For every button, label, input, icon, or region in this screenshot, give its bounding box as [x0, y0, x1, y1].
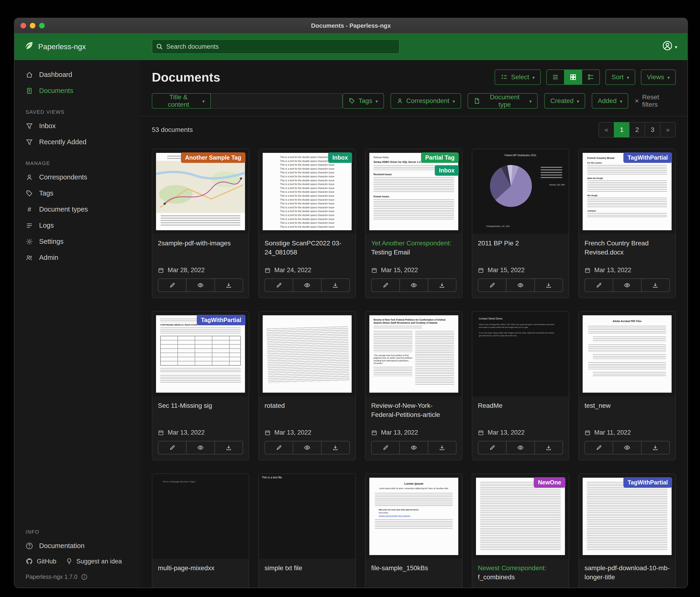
- document-thumbnail[interactable]: This is a multi page document. Page 1.: [152, 474, 249, 559]
- grid-view-button[interactable]: [564, 69, 582, 85]
- title-content-filter-button[interactable]: Title & content ▾: [152, 93, 211, 109]
- edit-button[interactable]: [371, 279, 400, 292]
- download-button[interactable]: [321, 441, 350, 454]
- sidebar-item-documents[interactable]: Documents: [15, 83, 140, 99]
- document-title[interactable]: Review-of-New-York-Federal-Petitions-art…: [371, 401, 456, 419]
- document-title[interactable]: rotated: [265, 401, 350, 410]
- download-button[interactable]: [534, 441, 563, 454]
- tag-badge[interactable]: TagWithPartial: [623, 152, 672, 163]
- tag-badge[interactable]: TagWithPartial: [623, 477, 672, 488]
- download-button[interactable]: [428, 279, 456, 292]
- document-title[interactable]: file-sample_150kBs: [371, 564, 456, 573]
- view-button[interactable]: [186, 441, 215, 454]
- sort-button[interactable]: Sort ▾: [605, 69, 635, 85]
- download-button[interactable]: [641, 441, 670, 454]
- tag-badge[interactable]: Another Sample Tag: [181, 152, 246, 163]
- edit-button[interactable]: [584, 441, 613, 454]
- app-brand[interactable]: Paperless-ngx: [15, 41, 140, 53]
- tag-badge[interactable]: NewOne: [534, 477, 566, 488]
- sidebar-item-correspondents[interactable]: Correspondents: [15, 169, 140, 185]
- edit-button[interactable]: [158, 441, 186, 454]
- sidebar-item-suggest-idea[interactable]: Suggest an idea: [66, 558, 122, 565]
- pagination-page-2[interactable]: 2: [629, 122, 645, 138]
- document-title[interactable]: Sonstige ScanPC2022 03-24_081058: [265, 239, 350, 257]
- edit-button[interactable]: [584, 279, 613, 292]
- download-button[interactable]: [641, 279, 670, 292]
- filter-query-input[interactable]: [211, 93, 343, 109]
- edit-button[interactable]: [478, 279, 506, 292]
- edit-button[interactable]: [265, 279, 293, 292]
- added-filter-button[interactable]: Added ▾: [592, 93, 628, 109]
- document-title[interactable]: ReadMe: [478, 401, 563, 410]
- edit-button[interactable]: [371, 441, 400, 454]
- created-filter-button[interactable]: Created ▾: [544, 93, 585, 109]
- sidebar-item-github[interactable]: GitHub: [26, 558, 56, 565]
- info-circle-icon[interactable]: [81, 574, 88, 580]
- pagination-page-1[interactable]: 1: [614, 122, 630, 138]
- sidebar-item-tags[interactable]: Tags: [15, 185, 140, 201]
- list-view-button[interactable]: [546, 69, 565, 85]
- document-thumbnail[interactable]: French Country Bread For the Leaven: Mak…: [579, 149, 675, 234]
- document-thumbnail[interactable]: This is a test file.: [259, 474, 355, 559]
- tag-badge[interactable]: Inbox: [328, 152, 352, 163]
- document-title[interactable]: Sec 11-Missing sig: [158, 401, 243, 410]
- document-title[interactable]: simple txt file: [265, 564, 350, 573]
- user-menu[interactable]: ▾: [662, 41, 677, 53]
- view-button[interactable]: [293, 279, 321, 292]
- reset-filters-button[interactable]: × Reset filters: [635, 93, 676, 109]
- download-button[interactable]: [534, 279, 563, 292]
- download-button[interactable]: [321, 279, 350, 292]
- sidebar-item-document-types[interactable]: # Document types: [15, 201, 140, 217]
- edit-button[interactable]: [478, 441, 506, 454]
- document-thumbnail[interactable]: TagWithPartial: [579, 474, 675, 559]
- sidebar-item-inbox[interactable]: Inbox: [15, 118, 140, 134]
- view-button[interactable]: [506, 279, 535, 292]
- download-button[interactable]: [215, 441, 243, 454]
- document-title[interactable]: multi-page-mixedxx: [158, 564, 243, 573]
- sidebar-item-recently-added[interactable]: Recently Added: [15, 134, 140, 150]
- sidebar-item-logs[interactable]: Logs: [15, 217, 140, 234]
- document-thumbnail[interactable]: Contact Sheet Demo Given a set of image …: [472, 312, 569, 397]
- edit-button[interactable]: [158, 279, 186, 292]
- tag-badge[interactable]: TagWithPartial: [197, 315, 246, 325]
- document-thumbnail[interactable]: Adobe Acrobat PDF Files: [579, 312, 675, 397]
- document-thumbnail[interactable]: Review of New York Federal Petitions for…: [366, 312, 462, 397]
- select-button[interactable]: Select ▾: [495, 69, 541, 85]
- download-button[interactable]: [215, 279, 243, 292]
- document-thumbnail[interactable]: CONTINUING MEDICAL EDUCATION TagWithPart…: [152, 312, 249, 397]
- document-title[interactable]: Yet Another Correspondent: Testing Email: [371, 239, 456, 257]
- pagination-prev[interactable]: «: [598, 122, 614, 138]
- views-button[interactable]: Views ▾: [641, 69, 676, 85]
- tag-badge[interactable]: Inbox: [435, 165, 459, 176]
- document-title[interactable]: French Country Bread Revised.docx: [584, 239, 670, 257]
- sidebar-item-dashboard[interactable]: Dashboard: [15, 67, 140, 83]
- sidebar-item-settings[interactable]: Settings: [15, 234, 140, 249]
- view-button[interactable]: [506, 441, 535, 454]
- correspondent-filter-button[interactable]: Correspondent ▾: [391, 93, 461, 109]
- document-thumbnail[interactable]: Another Sample Tag: [152, 149, 249, 234]
- tag-badge[interactable]: Partial Tag: [421, 152, 459, 163]
- document-title[interactable]: 2011 BP Pie 2: [478, 239, 563, 248]
- edit-button[interactable]: [265, 441, 293, 454]
- view-button[interactable]: [186, 279, 215, 292]
- document-thumbnail[interactable]: This is a test for the double space char…: [259, 149, 355, 234]
- document-title[interactable]: test_new: [584, 401, 670, 410]
- document-title[interactable]: 2sample-pdf-with-images: [158, 239, 243, 248]
- search-input[interactable]: [152, 39, 400, 54]
- tags-filter-button[interactable]: Tags ▾: [343, 93, 384, 109]
- document-title[interactable]: Newest Correspondent: f_combineds: [478, 564, 563, 582]
- view-button[interactable]: [399, 279, 428, 292]
- document-title[interactable]: sample-pdf-download-10-mb-longer-title: [584, 564, 670, 582]
- sidebar-item-documentation[interactable]: Documentation: [15, 538, 140, 554]
- pagination-page-3[interactable]: 3: [645, 122, 660, 138]
- pagination-next[interactable]: »: [660, 122, 676, 138]
- download-button[interactable]: [428, 441, 456, 454]
- document-thumbnail[interactable]: [259, 312, 355, 397]
- view-button[interactable]: [399, 441, 428, 454]
- document-thumbnail[interactable]: NewOne: [472, 474, 569, 559]
- view-button[interactable]: [613, 441, 641, 454]
- document-thumbnail[interactable]: Release Notes Simba ODBC Driver for SQL …: [366, 149, 462, 234]
- document-thumbnail[interactable]: Lorem ipsum Lorem ipsum dolor sit amet, …: [366, 474, 462, 559]
- view-button[interactable]: [613, 279, 641, 292]
- sidebar-item-admin[interactable]: Admin: [15, 249, 140, 266]
